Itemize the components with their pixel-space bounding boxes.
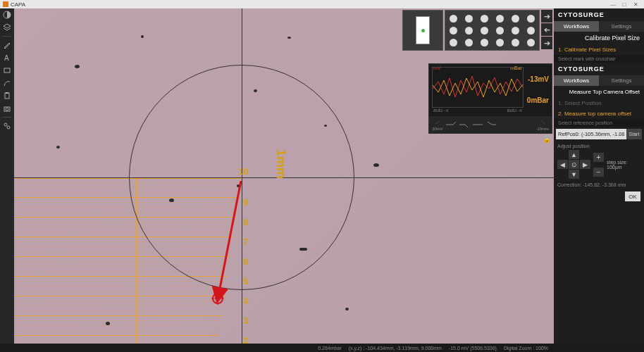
- status-coords: (x,y,z) : -104.434mm, -3.119mm, 9.000mm: [349, 346, 442, 351]
- dpad-center[interactable]: ⊙: [569, 160, 579, 169]
- signal-graph: mV mBar auto -x auto -x -13mV 0mBar ⟋20m…: [428, 63, 552, 134]
- step-measure-offset[interactable]: 2. Measure top camera offset: [554, 108, 644, 119]
- svg-point-8: [7, 126, 10, 129]
- ok-button[interactable]: OK: [625, 191, 640, 201]
- brand-2: CYTOSURGE: [554, 63, 644, 75]
- tab-workflows-1[interactable]: Workflows: [554, 21, 599, 32]
- left-toolbar: A: [0, 8, 14, 344]
- sample-preview[interactable]: [402, 10, 443, 51]
- svg-line-9: [218, 181, 241, 296]
- tab-settings-2[interactable]: Settings: [599, 75, 644, 86]
- brand-1: CYTOSURGE: [554, 8, 644, 21]
- nav-left[interactable]: ➔: [541, 23, 552, 36]
- svg-text:A: A: [4, 54, 9, 62]
- svg-rect-2: [4, 68, 10, 73]
- layers-icon[interactable]: [2, 23, 12, 32]
- lock-icon[interactable]: 🔒: [543, 135, 551, 143]
- step-select-position[interactable]: 1. Select Position: [554, 98, 644, 108]
- probe-icon-3[interactable]: [472, 121, 483, 128]
- graph-scale-right[interactable]: ⟍10mm: [537, 119, 549, 131]
- probe-icon-2[interactable]: [459, 121, 470, 128]
- status-voltage: -15.0 mV (5506.5336): [449, 346, 497, 351]
- scale-num-10: 10: [238, 166, 248, 177]
- dpad-up[interactable]: ▲: [569, 150, 579, 159]
- clipboard-icon[interactable]: [2, 91, 12, 101]
- panel2-title: Measure Top Camera Offset: [554, 86, 644, 98]
- ref-position-input[interactable]: [556, 129, 626, 139]
- nav-right-2[interactable]: ➔: [541, 37, 552, 49]
- pressure-reading: 0mBar: [527, 96, 549, 104]
- adjust-label: Adjust position: [557, 144, 640, 149]
- nav-right-1[interactable]: ➔: [541, 10, 552, 23]
- minimize-button[interactable]: —: [607, 1, 619, 8]
- tab-settings-1[interactable]: Settings: [599, 21, 644, 32]
- maximize-button[interactable]: □: [619, 1, 630, 8]
- probe-icon-1[interactable]: [445, 121, 457, 128]
- contrast-icon[interactable]: [2, 10, 12, 20]
- well-plate[interactable]: [445, 10, 540, 51]
- dpad-down[interactable]: ▼: [569, 170, 579, 179]
- app-name: CAPA: [11, 1, 25, 8]
- hint-crosshair: Select mark with crosshair: [554, 55, 644, 63]
- svg-rect-3: [5, 93, 9, 99]
- graph-scale-left[interactable]: ⟋20mV: [432, 119, 443, 131]
- status-zoom: Digital Zoom : 100%: [504, 346, 548, 351]
- rect-icon[interactable]: [2, 65, 12, 75]
- tab-workflows-2[interactable]: Workflows: [554, 75, 599, 86]
- target-marker: [212, 293, 223, 304]
- voltage-reading: -13mV: [528, 75, 549, 83]
- panel1-title: Calibrate Pixel Size: [554, 32, 644, 44]
- svg-rect-4: [6, 92, 8, 94]
- start-button[interactable]: Start: [626, 129, 642, 139]
- close-button[interactable]: ✕: [630, 1, 641, 8]
- step-calibrate-pixel[interactable]: 1. Calibrate Pixel Sizes: [554, 44, 644, 55]
- svg-point-7: [4, 123, 7, 126]
- scale-num-2: 2: [243, 335, 248, 344]
- correction-arrow: [211, 177, 247, 304]
- right-sidebar: CYTOSURGE Workflows Settings Calibrate P…: [554, 8, 644, 344]
- titlebar: CAPA — □ ✕: [0, 0, 644, 8]
- scale-label: 1mm: [273, 149, 288, 179]
- dpad-left[interactable]: ◀: [557, 160, 568, 169]
- status-pressure: 0.284mbar: [318, 346, 341, 351]
- probe-icon-4[interactable]: [485, 121, 497, 128]
- microscope-viewport[interactable]: 1mm 2 3 4 5 6 7 8 9 10: [14, 8, 554, 344]
- dpad-right[interactable]: ▶: [580, 160, 590, 169]
- svg-point-6: [6, 108, 8, 111]
- step-plus[interactable]: +: [593, 153, 604, 162]
- correction-readout: Correction: -145.82, -3.368 mm: [554, 181, 644, 189]
- pencil-icon[interactable]: [2, 40, 12, 50]
- position-dpad: ▲ ◀⊙▶ ▼: [557, 150, 590, 179]
- statusbar: 0.284mbar (x,y,z) : -104.434mm, -3.119mm…: [14, 344, 554, 352]
- text-icon[interactable]: A: [2, 53, 12, 63]
- scale-num-3: 3: [243, 315, 248, 326]
- curve-icon[interactable]: [2, 78, 12, 88]
- step-size-label: step size: 100µm: [607, 160, 640, 170]
- ref-label: Select reference position: [554, 119, 644, 127]
- step-minus[interactable]: −: [593, 168, 604, 177]
- camera-icon[interactable]: [2, 103, 12, 113]
- app-icon: [3, 1, 8, 7]
- settings-icon[interactable]: [2, 121, 12, 131]
- overlay-panels: ➔ ➔ ➔: [402, 10, 552, 51]
